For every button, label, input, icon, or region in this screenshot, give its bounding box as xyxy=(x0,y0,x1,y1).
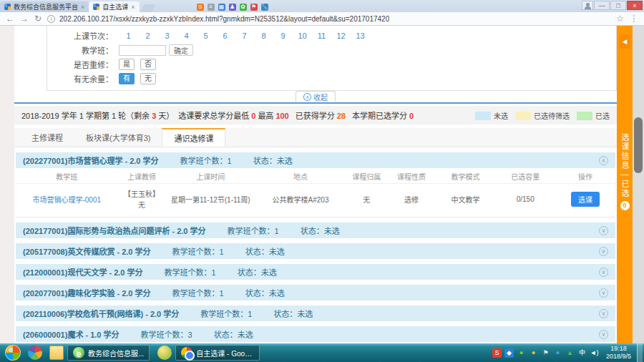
chevron-down-icon[interactable]: ∨ xyxy=(599,247,608,256)
term-text: 2018-2019 学年 1 学期第 1 轮（剩余3天） xyxy=(21,109,174,121)
capacity-no-button[interactable]: 无 xyxy=(140,73,156,84)
confirm-button[interactable]: 确定 xyxy=(169,44,193,56)
course-title: (205177008)英文传媒欣赏 - 2.0 学分 xyxy=(23,245,151,257)
retake-yes-button[interactable]: 是 xyxy=(119,59,135,70)
flag-tray-icon[interactable]: ⚑ xyxy=(541,348,550,358)
green-tray-icon[interactable]: ● xyxy=(517,348,526,358)
period-option[interactable]: 11 xyxy=(312,31,331,40)
yellow-tray-icon[interactable]: ● xyxy=(529,348,538,358)
scrollbar-thumb[interactable] xyxy=(634,117,643,173)
tab-close-icon[interactable]: × xyxy=(81,4,84,11)
page-info-icon[interactable]: i xyxy=(47,15,55,23)
selected-credits: 本学期已选学分0 xyxy=(352,109,416,121)
tab-major-courses[interactable]: 主修课程 xyxy=(20,128,74,147)
course-row[interactable]: (202110006)学校危机干预(网络课) - 2.0 学分 教学班个数：1 … xyxy=(16,305,615,321)
shield-tray-icon[interactable]: ▲ xyxy=(565,348,575,358)
course-row-expanded[interactable]: (202277001)市场营销心理学 - 2.0 学分 教学班个数：1 状态：未… xyxy=(16,152,615,168)
class-search-input[interactable] xyxy=(119,45,166,56)
teaching-class-link[interactable]: 市场营销心理学-0001 xyxy=(16,194,117,205)
period-option[interactable]: 12 xyxy=(331,31,351,40)
minimize-button[interactable]: — xyxy=(594,1,610,10)
blue-grid-plugin-icon[interactable]: ▦ xyxy=(218,4,225,11)
capacity-label: 有无余量： xyxy=(47,73,119,84)
chevron-down-icon[interactable]: ∨ xyxy=(599,226,608,235)
course-row[interactable]: (212000001)现代天文学 - 2.0 学分 教学班个数：1 状态：未选 … xyxy=(16,264,615,280)
tab-favicon xyxy=(4,4,11,10)
forward-icon[interactable]: → xyxy=(20,14,29,24)
grey-plugin-icon[interactable]: ≡ xyxy=(208,4,215,11)
sogou-plugin-icon[interactable]: S xyxy=(197,4,204,11)
page-background: 上课节次： 1 2 3 4 5 6 7 8 9 10 11 12 13 教学班：… xyxy=(0,26,644,343)
red-flag-plugin-icon[interactable]: ⚑ xyxy=(250,4,258,11)
explorer-folder-icon[interactable] xyxy=(49,346,64,360)
chevron-up-icon[interactable]: ∧ xyxy=(599,156,608,165)
wrench-plugin-icon[interactable]: 🔧 xyxy=(261,4,268,11)
back-icon[interactable]: ← xyxy=(6,14,14,24)
time-cell: 星期一第11-12节(1-11周) xyxy=(165,194,255,205)
period-option[interactable]: 8 xyxy=(254,31,273,40)
clock-date: 2018/9/5 xyxy=(606,353,631,361)
sogou-browser-icon[interactable] xyxy=(28,346,42,360)
location-tray-icon[interactable]: ● xyxy=(553,348,562,358)
legend-selected: 已选 xyxy=(577,110,610,121)
rail-info-link[interactable]: 选课信息 xyxy=(619,133,630,170)
divider xyxy=(620,175,629,175)
collapse-rail-arrow-icon[interactable]: ◀ xyxy=(619,34,630,49)
course-row[interactable]: (202177001)国际形势与政治热点问题评析 - 2.0 学分 教学班个数：… xyxy=(16,222,615,238)
refresh-icon[interactable]: ↻ xyxy=(34,14,42,24)
close-button[interactable]: × xyxy=(627,1,643,10)
legend-swatch-yellow xyxy=(515,112,531,120)
green-plugin-icon[interactable]: ✿ xyxy=(240,4,247,11)
period-option[interactable]: 9 xyxy=(273,31,293,40)
show-desktop-button[interactable] xyxy=(637,343,643,362)
period-option[interactable]: 13 xyxy=(351,31,370,40)
url-field[interactable]: i 202.206.100.217/xsxk/zzxkyzb-zzxkYzbIn… xyxy=(47,14,610,24)
chevron-down-icon[interactable]: ∨ xyxy=(599,268,608,277)
browser-tab-2-active[interactable]: 自主选课 × xyxy=(89,1,139,12)
period-option[interactable]: 3 xyxy=(157,31,177,40)
period-option[interactable]: 10 xyxy=(293,31,312,40)
profile-icon[interactable] xyxy=(582,1,593,10)
capacity-yes-button[interactable]: 有 xyxy=(119,73,135,84)
bookmark-star-icon[interactable]: ☆ xyxy=(616,14,624,24)
sogou-input-icon[interactable]: S xyxy=(492,348,502,358)
rail-selected-link[interactable]: 已选 xyxy=(619,180,630,198)
chevron-down-icon[interactable]: ∨ xyxy=(599,330,608,339)
start-button[interactable] xyxy=(5,345,21,361)
browser-menu-icon[interactable]: ⋮ xyxy=(630,14,638,24)
purple-plugin-icon[interactable]: ♟ xyxy=(229,4,236,11)
select-course-button[interactable]: 选课 xyxy=(571,192,600,207)
retake-no-button[interactable]: 否 xyxy=(140,59,156,70)
app-ball-icon[interactable] xyxy=(157,346,172,360)
taskbar-task-zzxk[interactable]: 自主选课 - Goog... xyxy=(175,345,260,361)
maximize-button[interactable]: □ xyxy=(610,1,626,10)
collapse-filters-button[interactable]: ∧ 收起 xyxy=(296,91,336,102)
taskbar-clock[interactable]: 19:18 2018/9/5 xyxy=(606,345,631,361)
period-option[interactable]: 6 xyxy=(215,31,235,40)
period-option[interactable]: 2 xyxy=(138,31,157,40)
url-text[interactable]: 202.206.100.217/xsxk/zzxkyzb-zzxkYzbInde… xyxy=(59,15,389,23)
period-option[interactable]: 1 xyxy=(119,31,138,40)
course-class-count: 教学班个数：1 xyxy=(172,287,224,298)
chevron-down-icon[interactable]: ∨ xyxy=(599,288,608,298)
course-row[interactable]: (206000001)魔术 - 1.0 学分 教学班个数：3 状态：未选 ∨ xyxy=(16,326,615,342)
teacher-cell: 【王玉秋】无 xyxy=(117,188,165,210)
course-row[interactable]: (202077001)趣味化学实验 - 2.0 学分 教学班个数：1 状态：未选… xyxy=(16,285,615,300)
period-option[interactable]: 4 xyxy=(177,31,196,40)
browser-tab-1[interactable]: 教务综合信息服务平台 × xyxy=(0,1,89,12)
ime-icon[interactable]: 中 xyxy=(577,348,587,358)
period-option[interactable]: 7 xyxy=(235,31,254,40)
taskbar-task-jwxt[interactable]: e 教务综合信息服... xyxy=(67,345,150,361)
messenger-tray-icon[interactable]: ◆ xyxy=(504,348,514,358)
tab-close-icon[interactable]: × xyxy=(131,4,135,11)
scrollbar-track[interactable] xyxy=(633,26,644,343)
new-tab-button[interactable] xyxy=(140,4,155,12)
tab-block-courses[interactable]: 板块课(大学体育3) xyxy=(74,128,162,147)
tab-elective-courses[interactable]: 通识选修课 xyxy=(162,128,225,147)
chevron-down-icon[interactable]: ∨ xyxy=(599,309,608,318)
volume-icon[interactable]: ◄) xyxy=(590,348,599,358)
browser-tab-strip: 教务综合信息服务平台 × 自主选课 × S ≡ ▦ ♟ ✿ ⚑ 🔧 — □ × xyxy=(0,0,644,12)
course-row[interactable]: (205177008)英文传媒欣赏 - 2.0 学分 教学班个数：1 状态：未选… xyxy=(16,243,615,259)
period-option[interactable]: 5 xyxy=(196,31,215,40)
system-tray: S ◆ ● ● ⚑ ● ▲ 中 ◄) 19:18 2018/9/5 xyxy=(492,343,643,362)
